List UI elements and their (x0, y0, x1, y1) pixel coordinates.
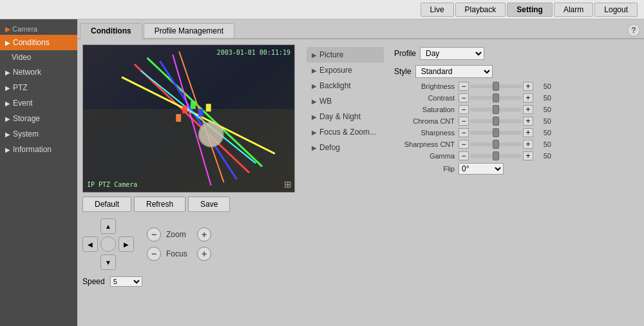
sharpnesscnt-thumb[interactable] (493, 140, 499, 149)
flip-select[interactable]: 0° 90° 180° 270° (459, 163, 504, 175)
camera-scene (83, 45, 294, 192)
sidebar-item-network[interactable]: ▶ Network (0, 64, 77, 80)
ptz-left-button[interactable]: ◀ (82, 236, 98, 252)
zoom-out-button[interactable]: − (147, 227, 161, 242)
camera-label: IP PTZ Camera (87, 181, 137, 188)
contrast-row: Contrast − + 50 (394, 93, 634, 102)
contrast-plus-button[interactable]: + (523, 93, 533, 102)
style-label: Style (394, 67, 412, 76)
sharpness-thumb[interactable] (493, 128, 499, 137)
saturation-thumb[interactable] (493, 105, 499, 114)
ptz-right-button[interactable]: ▶ (118, 236, 134, 252)
ptz-arrow-icon: ▶ (5, 84, 10, 91)
ptz-center-button[interactable] (100, 236, 116, 252)
sharpness-track[interactable] (470, 131, 522, 135)
sidebar-item-information[interactable]: ▶ Information (0, 142, 77, 157)
chromacnt-row: Chroma CNT − + 50 (394, 117, 634, 126)
brightness-label: Brightness (394, 82, 459, 90)
sidebar-item-system[interactable]: ▶ System (0, 126, 77, 142)
menu-item-exposure[interactable]: ▶ Exposure (307, 62, 384, 78)
profile-select[interactable]: Day Night Auto (420, 47, 484, 60)
chromacnt-thumb[interactable] (493, 117, 499, 126)
svg-rect-13 (176, 114, 181, 122)
refresh-button[interactable]: Refresh (134, 197, 185, 212)
zoom-row: − Zoom + (147, 227, 211, 242)
menu-item-defog[interactable]: ▶ Defog (307, 140, 384, 155)
nav-alarm-button[interactable]: Alarm (554, 3, 593, 17)
sidebar-item-storage[interactable]: ▶ Storage (0, 111, 77, 126)
sidebar-item-ptz[interactable]: ▶ PTZ (0, 80, 77, 95)
sidebar: ▶ Camera ▶ Conditions Video ▶ Network ▶ … (0, 19, 77, 326)
brightness-track[interactable] (470, 84, 522, 88)
menu-item-wb[interactable]: ▶ WB (307, 93, 384, 109)
svg-rect-10 (191, 101, 196, 109)
sharpness-minus-button[interactable]: − (459, 128, 469, 137)
svg-point-15 (200, 123, 223, 146)
svg-rect-12 (206, 104, 211, 111)
sidebar-item-event[interactable]: ▶ Event (0, 95, 77, 111)
sidebar-item-conditions[interactable]: ▶ Conditions (0, 35, 77, 50)
saturation-row: Saturation − + 50 (394, 105, 634, 114)
saturation-track[interactable] (470, 108, 522, 111)
flip-row: Flip 0° 90° 180° 270° (394, 163, 634, 175)
sharpness-plus-button[interactable]: + (523, 128, 533, 137)
sharpnesscnt-plus-button[interactable]: + (523, 140, 533, 149)
contrast-track[interactable] (470, 96, 522, 100)
speed-row: Speed 5 1 2 3 4 6 7 8 (82, 276, 301, 287)
ptz-down-button[interactable]: ▼ (100, 254, 116, 270)
sharpness-row: Sharpness − + 50 (394, 128, 634, 137)
action-buttons: Default Refresh Save (82, 197, 301, 212)
brightness-minus-button[interactable]: − (459, 82, 469, 91)
brightness-thumb[interactable] (493, 82, 499, 91)
gamma-minus-button[interactable]: − (459, 151, 469, 160)
help-icon[interactable]: ? (627, 24, 640, 37)
nav-live-button[interactable]: Live (421, 3, 454, 17)
saturation-plus-button[interactable]: + (523, 105, 533, 114)
zoom-label: Zoom (166, 230, 192, 239)
picture-arrow-icon: ▶ (312, 52, 317, 59)
contrast-value: 50 (533, 94, 551, 102)
focus-label: Focus (166, 249, 192, 258)
flip-label: Flip (394, 165, 459, 173)
zoom-in-button[interactable]: + (197, 227, 211, 242)
sharpnesscnt-minus-button[interactable]: − (459, 140, 469, 149)
nav-logout-button[interactable]: Logout (594, 3, 638, 17)
style-select[interactable]: Standard Vivid Neutral (415, 65, 493, 78)
sidebar-camera-label: ▶ Camera (0, 22, 77, 35)
gamma-thumb[interactable] (493, 151, 499, 160)
speed-select[interactable]: 5 1 2 3 4 6 7 8 (110, 276, 142, 287)
brightness-value: 50 (533, 82, 551, 90)
nav-playback-button[interactable]: Playback (455, 3, 506, 17)
menu-item-focuszoom[interactable]: ▶ Focus & Zoom... (307, 124, 384, 140)
svg-rect-1 (83, 109, 294, 192)
chromacnt-plus-button[interactable]: + (523, 117, 533, 126)
nav-setting-button[interactable]: Setting (507, 3, 553, 17)
sharpnesscnt-track[interactable] (470, 142, 522, 146)
chromacnt-label: Chroma CNT (394, 117, 459, 125)
saturation-minus-button[interactable]: − (459, 105, 469, 114)
tab-conditions[interactable]: Conditions (80, 23, 142, 39)
daynight-arrow-icon: ▶ (312, 113, 317, 120)
chromacnt-minus-button[interactable]: − (459, 117, 469, 126)
gamma-track[interactable] (470, 154, 522, 158)
system-arrow-icon: ▶ (5, 131, 10, 138)
brightness-plus-button[interactable]: + (523, 82, 533, 91)
tab-profile-management[interactable]: Profile Management (144, 23, 234, 38)
gamma-plus-button[interactable]: + (523, 151, 533, 160)
focus-out-button[interactable]: − (147, 247, 161, 261)
sidebar-item-video[interactable]: Video (0, 50, 77, 64)
menu-item-backlight[interactable]: ▶ Backlight (307, 78, 384, 93)
focus-in-button[interactable]: + (197, 247, 211, 261)
svg-rect-9 (182, 106, 187, 113)
menu-item-picture[interactable]: ▶ Picture (307, 47, 384, 62)
chromacnt-track[interactable] (470, 119, 522, 123)
gamma-value: 50 (533, 152, 551, 160)
contrast-minus-button[interactable]: − (459, 93, 469, 102)
contrast-thumb[interactable] (493, 93, 499, 102)
save-button[interactable]: Save (188, 197, 230, 212)
camera-timestamp: 2003-01-01 00:11:19 (217, 49, 290, 56)
default-button[interactable]: Default (82, 197, 131, 212)
ptz-up-button[interactable]: ▲ (100, 218, 116, 234)
expand-icon[interactable]: ⊞ (284, 179, 292, 189)
menu-item-daynight[interactable]: ▶ Day & Night (307, 109, 384, 124)
